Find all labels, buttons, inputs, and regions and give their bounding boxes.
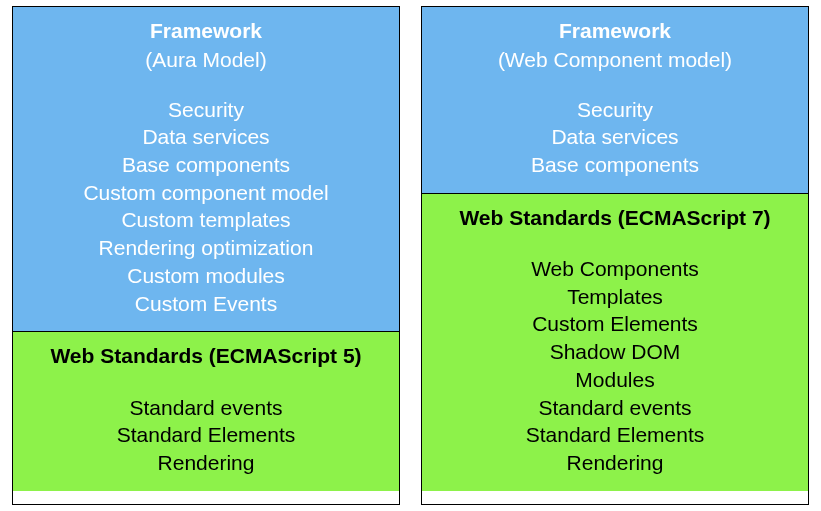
right-standards-item: Shadow DOM (430, 338, 800, 366)
left-framework-item: Custom templates (21, 206, 391, 234)
left-framework-item: Security (21, 96, 391, 124)
right-standards-title: Web Standards (ECMAScript 7) (430, 204, 800, 231)
left-framework-item: Custom modules (21, 262, 391, 290)
spacer (21, 372, 391, 394)
right-standards-item: Custom Elements (430, 310, 800, 338)
right-framework-subtitle: (Web Component model) (430, 46, 800, 73)
right-framework-title: Framework (430, 17, 800, 44)
left-standards-item: Rendering (21, 449, 391, 477)
right-framework-item: Data services (430, 123, 800, 151)
spacer (21, 74, 391, 96)
left-standards-item: Standard events (21, 394, 391, 422)
spacer (430, 74, 800, 96)
right-column: Framework (Web Component model) Security… (421, 6, 809, 505)
right-framework-item: Base components (430, 151, 800, 179)
left-framework-subtitle: (Aura Model) (21, 46, 391, 73)
left-framework-item: Custom component model (21, 179, 391, 207)
right-standards-box: Web Standards (ECMAScript 7) Web Compone… (422, 193, 808, 491)
left-column: Framework (Aura Model) Security Data ser… (12, 6, 400, 505)
right-framework-item: Security (430, 96, 800, 124)
spacer (430, 233, 800, 255)
left-framework-item: Base components (21, 151, 391, 179)
left-standards-item: Standard Elements (21, 421, 391, 449)
right-standards-item: Web Components (430, 255, 800, 283)
right-standards-item: Modules (430, 366, 800, 394)
left-framework-item: Custom Events (21, 290, 391, 318)
left-standards-box: Web Standards (ECMAScript 5) Standard ev… (13, 331, 399, 490)
left-standards-title: Web Standards (ECMAScript 5) (21, 342, 391, 369)
left-framework-title: Framework (21, 17, 391, 44)
right-standards-item: Standard events (430, 394, 800, 422)
right-framework-box: Framework (Web Component model) Security… (422, 7, 808, 193)
left-framework-item: Data services (21, 123, 391, 151)
left-framework-item: Rendering optimization (21, 234, 391, 262)
right-standards-item: Standard Elements (430, 421, 800, 449)
left-framework-box: Framework (Aura Model) Security Data ser… (13, 7, 399, 331)
right-standards-item: Rendering (430, 449, 800, 477)
right-standards-item: Templates (430, 283, 800, 311)
